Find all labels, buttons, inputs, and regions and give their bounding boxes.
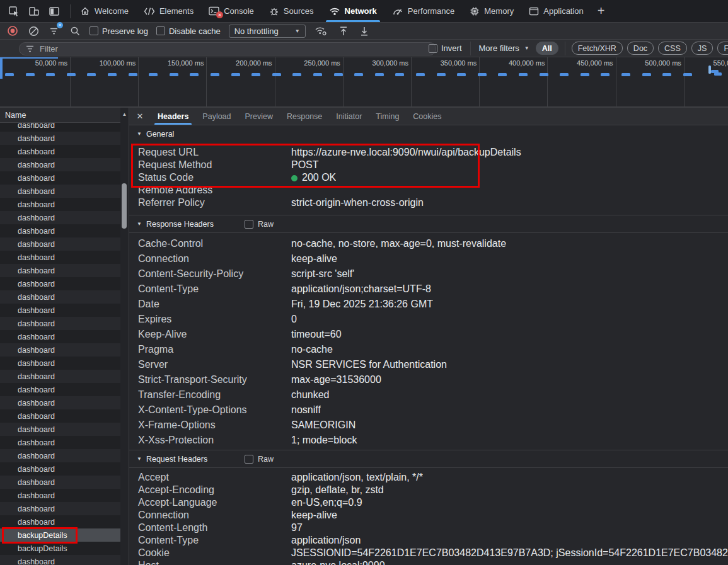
request-marker xyxy=(498,73,507,76)
filter-pill-font[interactable]: Font xyxy=(717,42,728,55)
request-row-dashboard[interactable]: dashboard xyxy=(0,304,120,317)
request-row-dashboard[interactable]: dashboard xyxy=(0,343,120,357)
tab-application[interactable]: Application xyxy=(521,0,591,22)
dock-side-icon[interactable] xyxy=(47,4,62,19)
preserve-log-checkbox[interactable]: Preserve log xyxy=(90,26,148,36)
request-row-dashboard[interactable]: dashboard xyxy=(0,198,120,211)
filter-pill-fetch-xhr[interactable]: Fetch/XHR xyxy=(572,42,623,55)
tab-memory[interactable]: Memory xyxy=(462,0,521,22)
search-icon[interactable] xyxy=(69,25,81,37)
invert-box[interactable] xyxy=(429,44,437,53)
request-row-dashboard[interactable]: dashboard xyxy=(0,251,120,264)
details-tab-cookies[interactable]: Cookies xyxy=(406,108,448,125)
general-section-header[interactable]: ▼General xyxy=(129,125,728,142)
filter-toggle-icon[interactable]: ✕ xyxy=(48,25,61,37)
disclosure-triangle-icon[interactable]: ▼ xyxy=(137,131,142,137)
more-tabs-button[interactable]: + xyxy=(591,4,611,18)
record-icon[interactable] xyxy=(6,25,19,37)
request-row-dashboard[interactable]: dashboard xyxy=(0,515,120,528)
request-row-dashboard[interactable]: dashboard xyxy=(0,462,120,476)
details-tab-timing[interactable]: Timing xyxy=(369,108,406,125)
request-list-panel: Name dashboarddashboarddashboarddashboar… xyxy=(0,108,129,565)
details-tab-preview[interactable]: Preview xyxy=(238,108,280,125)
disclosure-triangle-icon[interactable]: ▼ xyxy=(137,456,142,462)
request-row-dashboard[interactable]: dashboard xyxy=(0,158,120,171)
response-headers-section-header[interactable]: ▼Response HeadersRaw xyxy=(129,215,728,233)
response-headers-raw-label: Raw xyxy=(258,220,274,229)
preserve-log-box[interactable] xyxy=(90,26,98,35)
list-scrollbar[interactable]: ▲ xyxy=(120,108,129,565)
request-row-dashboard[interactable]: dashboard xyxy=(0,277,120,290)
request-row-dashboard[interactable]: dashboard xyxy=(0,436,120,449)
request-row-dashboard[interactable]: dashboard xyxy=(0,211,120,224)
timeline-tick-label: 350,000 ms xyxy=(407,59,477,67)
request-row-dashboard[interactable]: dashboard xyxy=(0,224,120,237)
request-row-dashboard[interactable]: dashboard xyxy=(0,330,120,343)
tab-welcome[interactable]: Welcome xyxy=(72,0,136,22)
request-row-dashboard[interactable]: dashboard xyxy=(0,476,120,489)
disable-cache-box[interactable] xyxy=(156,26,165,35)
device-toolbar-icon[interactable] xyxy=(26,4,42,19)
request-marker xyxy=(662,73,671,76)
filter-input[interactable]: Filter xyxy=(19,42,436,55)
request-row-dashboard[interactable]: dashboard xyxy=(0,237,120,251)
request-row-dashboard[interactable]: dashboard xyxy=(0,502,120,515)
name-column-header[interactable]: Name xyxy=(0,108,129,123)
throttling-dropdown[interactable]: No throttling ▼ xyxy=(229,25,306,38)
filter-pill-css[interactable]: CSS xyxy=(658,42,687,55)
scrollbar-thumb[interactable] xyxy=(122,183,127,229)
response-headers-raw-box[interactable] xyxy=(245,220,253,229)
request-row-backupdetails[interactable]: backupDetails xyxy=(0,528,120,542)
scroll-up-icon[interactable]: ▲ xyxy=(120,111,129,117)
response-headers-raw-checkbox[interactable]: Raw xyxy=(245,220,274,229)
header-row-date: DateFri, 19 Dec 2025 21:36:26 GMT xyxy=(129,297,728,312)
request-row-dashboard[interactable]: dashboard xyxy=(0,423,120,436)
disable-cache-checkbox[interactable]: Disable cache xyxy=(156,26,221,36)
invert-checkbox[interactable]: Invert xyxy=(429,43,462,53)
request-row-dashboard[interactable]: dashboard xyxy=(0,264,120,277)
request-row-backupdetails[interactable]: backupDetails xyxy=(0,542,120,555)
export-har-icon[interactable] xyxy=(358,25,371,37)
network-conditions-icon[interactable] xyxy=(314,25,329,37)
tab-performance[interactable]: Performance xyxy=(384,0,462,22)
request-marker xyxy=(231,73,240,76)
request-row-dashboard[interactable]: dashboard xyxy=(0,383,120,396)
request-row-dashboard[interactable]: dashboard xyxy=(0,185,120,198)
request-headers-raw-box[interactable] xyxy=(245,455,253,464)
request-row-dashboard[interactable]: dashboard xyxy=(0,409,120,423)
request-marker xyxy=(67,73,76,76)
request-headers-section-header[interactable]: ▼Request HeadersRaw xyxy=(129,450,728,468)
request-row-dashboard[interactable]: dashboard xyxy=(0,171,120,185)
request-row-dashboard[interactable]: dashboard xyxy=(0,489,120,502)
request-row-dashboard[interactable]: dashboard xyxy=(0,317,120,330)
request-row-dashboard[interactable]: dashboard xyxy=(0,357,120,370)
disclosure-triangle-icon[interactable]: ▼ xyxy=(137,221,142,227)
clear-icon[interactable] xyxy=(27,25,40,37)
request-name: dashboard xyxy=(18,333,55,341)
close-icon[interactable]: ✕ xyxy=(129,111,151,121)
request-row-dashboard[interactable]: dashboard xyxy=(0,396,120,409)
tab-elements[interactable]: Elements xyxy=(136,0,201,22)
request-row-dashboard[interactable]: dashboard xyxy=(0,555,120,565)
tab-sources[interactable]: Sources xyxy=(262,0,321,22)
filter-pill-all[interactable]: All xyxy=(536,42,558,55)
more-filters-dropdown[interactable]: More filters ▼ xyxy=(479,43,529,53)
tab-console[interactable]: ✕Console xyxy=(201,0,262,22)
request-headers-raw-checkbox[interactable]: Raw xyxy=(245,455,274,464)
details-tab-response[interactable]: Response xyxy=(280,108,329,125)
tab-network[interactable]: Network xyxy=(321,0,384,22)
details-tab-initiator[interactable]: Initiator xyxy=(329,108,369,125)
details-tab-payload[interactable]: Payload xyxy=(195,108,238,125)
inspect-icon[interactable] xyxy=(6,4,21,19)
filter-pill-doc[interactable]: Doc xyxy=(627,42,654,55)
request-row-dashboard[interactable]: dashboard xyxy=(0,290,120,304)
details-tab-headers[interactable]: Headers xyxy=(151,108,195,125)
import-har-icon[interactable] xyxy=(337,25,350,37)
request-row-dashboard[interactable]: dashboard xyxy=(0,132,120,145)
filter-pill-js[interactable]: JS xyxy=(691,42,714,55)
request-name: dashboard xyxy=(18,147,55,156)
request-row-dashboard[interactable]: dashboard xyxy=(0,145,120,158)
request-row-dashboard[interactable]: dashboard xyxy=(0,449,120,462)
timeline-overview[interactable]: 50,000 ms100,000 ms150,000 ms200,000 ms2… xyxy=(0,57,728,108)
request-row-dashboard[interactable]: dashboard xyxy=(0,370,120,383)
